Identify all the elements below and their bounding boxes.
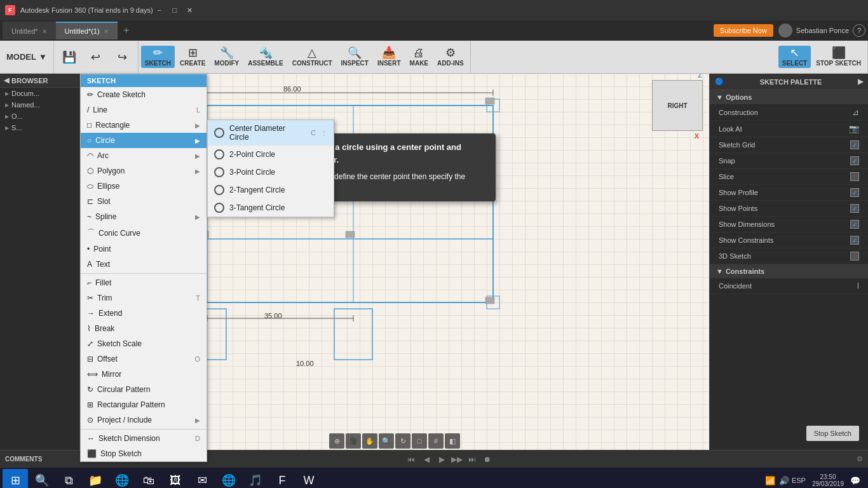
orbit-tool[interactable]: ↻	[395, 433, 410, 449]
look-at-icon[interactable]: 📷	[849, 124, 859, 133]
circle-3-tangent[interactable]: 3-Tangent Circle	[208, 199, 334, 217]
menu-project-include[interactable]: ⊙ Project / Include ▶	[81, 412, 207, 428]
notifications-icon[interactable]: 💬	[850, 476, 860, 485]
explorer-button[interactable]: 📁	[83, 469, 108, 488]
browser-item-s[interactable]: ▶ S...	[0, 122, 79, 133]
tab-untitled-1[interactable]: Untitled*(1) ✕	[56, 22, 118, 39]
show-constraints-checkbox[interactable]	[850, 236, 859, 245]
search-button[interactable]: 🔍	[29, 469, 55, 488]
chrome-button[interactable]: 🌐	[216, 469, 241, 488]
menu-spline[interactable]: ~ Spline ▶	[81, 209, 207, 224]
menu-slot[interactable]: ⊏ Slot	[81, 194, 207, 209]
insert-button[interactable]: 📥 INSERT	[374, 46, 405, 68]
grid-tool[interactable]: #	[428, 433, 444, 449]
mail-button[interactable]: ✉	[189, 469, 215, 488]
store-button[interactable]: 🛍	[136, 469, 161, 488]
play-next-button[interactable]: ▶▶	[451, 453, 463, 466]
circle-2-point[interactable]: 2-Point Circle	[208, 146, 334, 163]
ie-button[interactable]: 🌐	[109, 469, 135, 488]
menu-circle[interactable]: ○ Circle ▶	[81, 133, 207, 148]
maximize-button[interactable]: □	[168, 4, 181, 17]
menu-arc[interactable]: ◠ Arc ▶	[81, 148, 207, 163]
make-button[interactable]: 🖨 MAKE	[406, 46, 432, 68]
play-start-button[interactable]: ⏮	[405, 453, 417, 466]
menu-offset[interactable]: ⊟ Offset O	[81, 351, 207, 367]
menu-polygon[interactable]: ⬡ Polygon ▶	[81, 163, 207, 179]
sketch-grid-checkbox[interactable]	[850, 140, 859, 149]
subscribe-button[interactable]: Subscribe Now	[714, 24, 773, 37]
zoom-tool[interactable]: 🔍	[379, 433, 394, 449]
browser-item-docs[interactable]: ▶ Docum...	[0, 88, 79, 99]
menu-line[interactable]: / Line L	[81, 102, 207, 118]
options-section[interactable]: ▼ Options	[710, 90, 868, 104]
play-end-button[interactable]: ⏭	[466, 453, 478, 466]
snap-checkbox[interactable]	[850, 156, 859, 165]
redo-button[interactable]: ↪	[110, 50, 135, 64]
record-button[interactable]: ⏺	[481, 453, 494, 466]
fusion-button[interactable]: F	[269, 469, 295, 488]
viewcube-face-right[interactable]: RIGHT Z X	[652, 80, 703, 131]
constraints-section[interactable]: ▼ Constraints	[710, 264, 868, 278]
circle-center-diameter[interactable]: Center Diameter Circle C ⋮	[208, 120, 334, 146]
play-button[interactable]: ▶	[435, 453, 448, 466]
circle-3-point[interactable]: 3-Point Circle	[208, 163, 334, 181]
model-menu[interactable]: MODEL ▼	[0, 41, 54, 73]
undo-button[interactable]: ↩	[83, 50, 109, 64]
menu-mirror[interactable]: ⟺ Mirror	[81, 367, 207, 382]
pan-tool[interactable]: ✋	[362, 433, 377, 449]
menu-rect-pattern[interactable]: ⊞ Rectangular Pattern	[81, 397, 207, 412]
music-button[interactable]: 🎵	[243, 469, 268, 488]
menu-fillet[interactable]: ⌐ Fillet	[81, 275, 207, 290]
create-button[interactable]: ⊞ CREATE	[176, 46, 209, 68]
show-points-checkbox[interactable]	[850, 204, 859, 213]
settings-icon[interactable]: ⚙	[857, 455, 863, 463]
network-icon[interactable]: 📶	[765, 476, 775, 485]
menu-text[interactable]: A Text	[81, 257, 207, 272]
help-button[interactable]: ?	[853, 24, 865, 37]
photos-button[interactable]: 🖼	[163, 469, 188, 488]
modify-button[interactable]: 🔧 MODIFY	[210, 46, 243, 68]
play-prev-button[interactable]: ◀	[420, 453, 433, 466]
menu-ellipse[interactable]: ⬭ Ellipse	[81, 179, 207, 194]
close-tab-icon[interactable]: ✕	[104, 28, 109, 35]
clock[interactable]: 23:50 29/03/2019	[808, 473, 848, 487]
word-button[interactable]: W	[296, 469, 322, 488]
show-dimensions-checkbox[interactable]	[850, 220, 859, 229]
construction-icon[interactable]: ⊿	[852, 107, 859, 117]
minimize-button[interactable]: −	[153, 4, 166, 17]
browser-item-o[interactable]: ▶ O...	[0, 111, 79, 122]
show-profile-checkbox[interactable]	[850, 188, 859, 197]
save-button[interactable]: 💾	[57, 50, 82, 64]
menu-rectangle[interactable]: □ Rectangle ▶	[81, 118, 207, 133]
tab-add-button[interactable]: +	[118, 22, 135, 39]
stop-sketch-button[interactable]: ⬛ STOP SKETCH	[812, 46, 865, 68]
close-tab-icon[interactable]: ✕	[42, 28, 47, 35]
task-view-button[interactable]: ⧉	[56, 469, 81, 488]
stop-sketch-btn[interactable]: Stop Sketch	[806, 426, 859, 441]
assemble-button[interactable]: 🔩 ASSEMBLE	[244, 46, 287, 68]
construct-button[interactable]: △ CONSTRUCT	[288, 46, 336, 68]
tab-untitled[interactable]: Untitled* ✕	[3, 22, 56, 39]
options-btn[interactable]: ⋮	[321, 130, 327, 137]
menu-break[interactable]: ⌇ Break	[81, 321, 207, 336]
display-tool[interactable]: ◧	[445, 433, 460, 449]
close-button[interactable]: ✕	[184, 4, 196, 17]
menu-sketch-scale[interactable]: ⤢ Sketch Scale	[81, 336, 207, 351]
palette-expand-icon[interactable]: ▶	[858, 78, 863, 86]
menu-conic[interactable]: ⌒ Conic Curve	[81, 224, 207, 241]
add-ins-button[interactable]: ⚙ ADD-INS	[433, 46, 468, 68]
camera-tool[interactable]: 🎥	[346, 433, 361, 449]
browser-item-named[interactable]: ▶ Named...	[0, 99, 79, 111]
inspect-button[interactable]: 🔍 INSPECT	[337, 46, 372, 68]
menu-sketch-dimension[interactable]: ↔ Sketch Dimension D	[81, 431, 207, 446]
sketch-button[interactable]: ✏ SKETCH	[141, 46, 175, 68]
menu-extend[interactable]: → Extend	[81, 306, 207, 321]
menu-create-sketch[interactable]: ✏ Create Sketch	[81, 87, 207, 102]
3d-sketch-checkbox[interactable]	[850, 252, 859, 261]
viewcube[interactable]: RIGHT Z X	[652, 80, 703, 131]
start-button[interactable]: ⊞	[3, 469, 28, 488]
menu-stop-sketch[interactable]: ⬛ Stop Sketch	[81, 446, 207, 461]
view-tool[interactable]: □	[412, 433, 427, 449]
menu-point[interactable]: • Point	[81, 241, 207, 257]
circle-2-tangent[interactable]: 2-Tangent Circle	[208, 181, 334, 199]
